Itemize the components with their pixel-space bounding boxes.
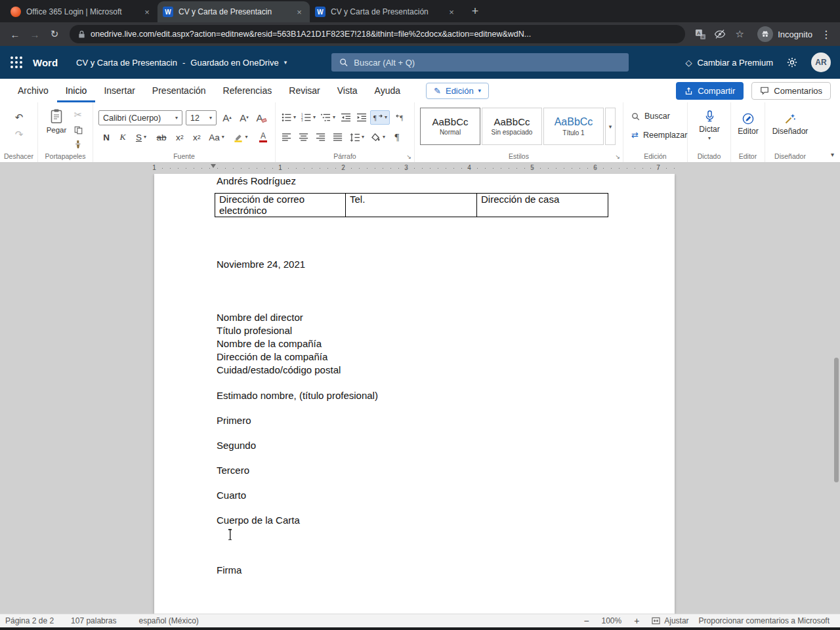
- paste-button[interactable]: Pegar: [42, 108, 71, 134]
- translate-icon[interactable]: [692, 26, 709, 43]
- shading-button[interactable]: ▾: [369, 130, 387, 144]
- document-page[interactable]: Andrés Rodríguez Dirección de correo ele…: [154, 174, 675, 614]
- line-spacing-button[interactable]: ▾: [348, 130, 366, 144]
- back-button[interactable]: ←: [7, 26, 24, 43]
- address-bar[interactable]: onedrive.live.com/edit.aspx?action=editn…: [70, 25, 685, 43]
- dialog-launcher-icon[interactable]: ↘: [406, 154, 411, 160]
- editor-button[interactable]: Editor: [731, 113, 765, 136]
- document-title-bar[interactable]: CV y Carta de Presentacin - Guardado en …: [76, 58, 287, 68]
- eye-off-icon[interactable]: [711, 26, 728, 43]
- numbering-button[interactable]: ▾: [299, 110, 318, 125]
- settings-gear-icon[interactable]: [786, 56, 798, 68]
- copy-button[interactable]: [71, 123, 85, 137]
- zoom-out-button[interactable]: −: [581, 616, 592, 626]
- browser-tab-office[interactable]: Office 365 Login | Microsoft ×: [5, 1, 158, 22]
- zoom-in-button[interactable]: +: [631, 616, 642, 626]
- style-no-spacing[interactable]: AaBbCc Sin espaciado: [482, 108, 542, 145]
- menu-tab-revisar[interactable]: Revisar: [280, 79, 328, 102]
- align-right-button[interactable]: [314, 130, 328, 144]
- doc-salutation[interactable]: Estimado nombre, (título profesional): [217, 390, 378, 402]
- justify-button[interactable]: [331, 130, 345, 144]
- forward-button[interactable]: →: [26, 26, 43, 43]
- browser-menu-icon[interactable]: ⋮: [819, 28, 833, 41]
- premium-button[interactable]: ◇ Cambiar a Premium: [685, 58, 773, 68]
- clear-formatting-button[interactable]: A: [253, 110, 269, 125]
- strikethrough-button[interactable]: ab: [154, 130, 169, 144]
- find-button[interactable]: Buscar: [631, 112, 670, 121]
- comments-button[interactable]: Comentarios: [751, 82, 831, 100]
- doc-recipient-block[interactable]: Nombre del director Título profesional N…: [217, 311, 341, 377]
- highlight-color-button[interactable]: ▾: [231, 130, 251, 144]
- zoom-level[interactable]: 100%: [602, 616, 622, 625]
- share-button[interactable]: Compartir: [676, 82, 744, 100]
- align-left-button[interactable]: [280, 130, 294, 144]
- superscript-button[interactable]: x2: [189, 130, 205, 144]
- doc-paragraph[interactable]: Tercero: [217, 465, 249, 476]
- grow-font-button[interactable]: A▴: [219, 110, 235, 125]
- tab-close-icon[interactable]: ×: [142, 7, 152, 17]
- cut-button[interactable]: ✂: [71, 108, 85, 122]
- doc-paragraph[interactable]: Primero: [217, 415, 251, 427]
- word-count[interactable]: 107 palabras: [71, 616, 116, 625]
- feedback-link[interactable]: Proporcionar comentarios a Microsoft: [699, 616, 830, 625]
- doc-line[interactable]: Cuidad/estado/código postal: [217, 364, 341, 377]
- increase-indent-button[interactable]: [354, 110, 369, 125]
- table-cell-email[interactable]: Dirección de correo electrónico: [215, 194, 346, 217]
- vertical-scrollbar[interactable]: [834, 358, 839, 482]
- dialog-launcher-icon[interactable]: ↘: [615, 154, 620, 160]
- menu-tab-ayuda[interactable]: Ayuda: [366, 79, 409, 102]
- search-bar[interactable]: [331, 53, 629, 72]
- style-heading-1[interactable]: AaBbCc Título 1: [543, 108, 604, 145]
- indent-marker[interactable]: [211, 164, 216, 168]
- italic-button[interactable]: K: [115, 130, 131, 144]
- menu-tab-insertar[interactable]: Insertar: [95, 79, 143, 102]
- tab-close-icon[interactable]: ×: [446, 7, 457, 17]
- reload-button[interactable]: ↻: [46, 26, 63, 43]
- doc-name-line[interactable]: Andrés Rodríguez: [217, 175, 296, 187]
- styles-more-button[interactable]: ▾: [605, 108, 616, 145]
- doc-paragraph[interactable]: Cuarto: [217, 490, 246, 501]
- align-center-button[interactable]: [297, 130, 311, 144]
- doc-line[interactable]: Nombre de la compañía: [217, 337, 341, 350]
- subscript-button[interactable]: x2: [172, 130, 188, 144]
- table-cell-address[interactable]: Dirección de casa: [477, 194, 608, 217]
- shrink-font-button[interactable]: A▾: [236, 110, 252, 125]
- designer-button[interactable]: Diseñador: [765, 113, 815, 136]
- decrease-indent-button[interactable]: [339, 110, 353, 125]
- bold-button[interactable]: N: [98, 130, 114, 144]
- font-name-select[interactable]: Calibri (Cuerpo) ▾: [98, 110, 182, 125]
- fit-page-button[interactable]: Ajustar: [652, 616, 688, 625]
- menu-tab-inicio[interactable]: Inicio: [57, 79, 96, 102]
- menu-tab-archivo[interactable]: Archivo: [9, 79, 57, 102]
- doc-line[interactable]: Título profesional: [217, 324, 341, 337]
- new-tab-button[interactable]: +: [466, 2, 484, 20]
- doc-signature[interactable]: Firma: [217, 564, 242, 576]
- tab-close-icon[interactable]: ×: [294, 7, 304, 17]
- doc-paragraph[interactable]: Segundo: [217, 440, 256, 452]
- style-normal[interactable]: AaBbCc Normal: [420, 108, 480, 145]
- font-size-select[interactable]: 12 ▾: [186, 110, 217, 125]
- bullets-button[interactable]: ▾: [280, 110, 298, 125]
- font-color-button[interactable]: A: [253, 130, 273, 144]
- undo-button[interactable]: ↶: [11, 110, 27, 125]
- search-input[interactable]: [354, 58, 621, 68]
- collapse-ribbon-icon[interactable]: ▾: [831, 151, 834, 158]
- table-cell-phone[interactable]: Tel.: [346, 194, 477, 217]
- multilevel-list-button[interactable]: ▾: [319, 110, 337, 125]
- redo-button[interactable]: ↷: [11, 127, 27, 142]
- doc-date-line[interactable]: Noviembre 24, 2021: [217, 259, 305, 270]
- doc-paragraph[interactable]: Cuerpo de la Carta: [217, 514, 300, 526]
- menu-tab-vista[interactable]: Vista: [329, 79, 366, 102]
- app-launcher-icon[interactable]: [10, 56, 22, 68]
- change-case-button[interactable]: Aa ▾: [206, 130, 227, 144]
- menu-tab-referencias[interactable]: Referencias: [215, 79, 281, 102]
- menu-tab-presentacion[interactable]: Presentación: [144, 79, 215, 102]
- language-indicator[interactable]: español (México): [138, 616, 198, 625]
- doc-line[interactable]: Nombre del director: [217, 311, 341, 324]
- replace-button[interactable]: ⇄ Reemplazar: [631, 130, 687, 140]
- underline-button[interactable]: S ▾: [131, 130, 151, 144]
- browser-tab-word-active[interactable]: W CV y Carta de Presentacin ×: [158, 1, 310, 22]
- doc-line[interactable]: Dirección de la compañía: [217, 350, 341, 364]
- ruler[interactable]: 1 1 2 3 4 5 6 7: [0, 163, 840, 174]
- browser-tab-word-2[interactable]: W CV y Carta de Presentación ×: [310, 1, 462, 22]
